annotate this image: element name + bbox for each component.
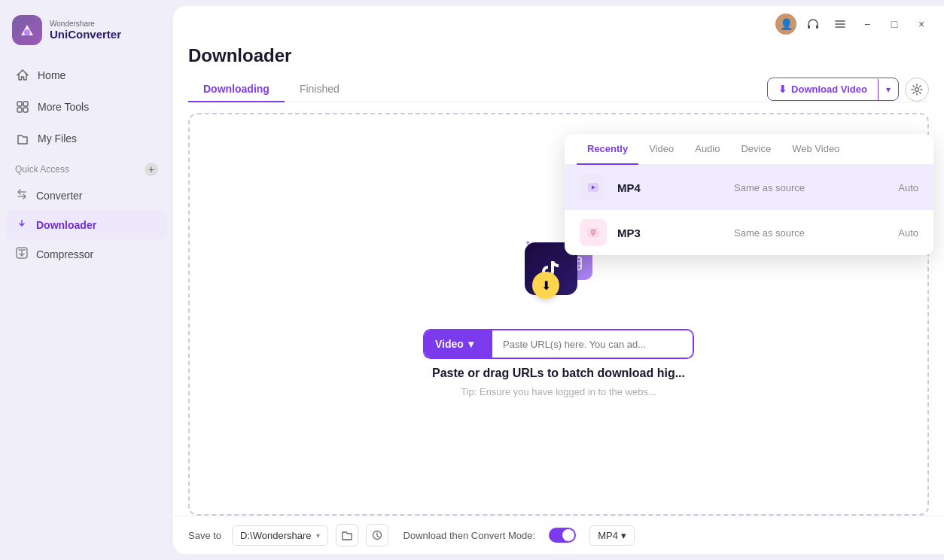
- logo-text: Wondershare UniConverter: [50, 20, 121, 41]
- url-type-label: Video: [435, 338, 464, 350]
- format-popup: Recently Video Audio Device Web Video MP…: [565, 134, 933, 255]
- format-value: MP4: [598, 530, 618, 541]
- svg-rect-8: [816, 25, 818, 29]
- sidebar-item-compressor[interactable]: Compressor: [6, 239, 167, 269]
- mp4-quality: Auto: [898, 182, 918, 193]
- url-input[interactable]: [492, 331, 693, 358]
- download-arrow-icon: ⬇: [532, 272, 559, 299]
- logo-area: Wondershare UniConverter: [0, 9, 173, 60]
- menu-btn[interactable]: [830, 14, 851, 35]
- mp4-format-name: MP4: [617, 181, 641, 194]
- mp3-icon: [580, 219, 607, 246]
- popup-tab-device[interactable]: Device: [730, 134, 781, 165]
- url-type-btn[interactable]: Video ▾: [425, 330, 492, 358]
- title-bar: 👤 − □ ×: [173, 6, 944, 38]
- sidebar-item-downloader[interactable]: Downloader: [6, 210, 167, 239]
- save-path-value: D:\Wondershare: [240, 530, 311, 541]
- save-path-chevron-icon: ▾: [316, 531, 320, 540]
- url-type-chevron-icon: ▾: [468, 338, 474, 350]
- tab-actions: ⬇ Download Video ▾: [767, 78, 929, 102]
- svg-rect-7: [808, 25, 810, 29]
- more-tools-icon: [15, 99, 30, 114]
- download-icon: ⬇: [778, 84, 787, 95]
- content-area: Downloader Downloading Finished ⬇ Downlo…: [173, 38, 944, 516]
- popup-tab-video[interactable]: Video: [638, 134, 684, 165]
- popup-tab-recently[interactable]: Recently: [577, 134, 638, 165]
- tab-downloading[interactable]: Downloading: [188, 77, 285, 102]
- popup-tab-web-video[interactable]: Web Video: [781, 134, 850, 165]
- svg-rect-2: [23, 102, 28, 106]
- svg-rect-4: [23, 108, 28, 112]
- convert-mode-toggle[interactable]: [549, 528, 576, 543]
- downloader-icon: [15, 217, 29, 233]
- sidebar-item-home[interactable]: Home: [6, 60, 167, 90]
- convert-mode-label: Download then Convert Mode:: [403, 530, 536, 541]
- save-to-label: Save to: [188, 530, 221, 541]
- sidebar-item-downloader-label: Downloader: [36, 219, 96, 231]
- page-title: Downloader: [188, 38, 929, 77]
- download-btn-label: Download Video: [791, 84, 867, 95]
- settings-btn[interactable]: [905, 78, 929, 102]
- compressor-icon: [15, 246, 29, 262]
- sidebar-item-my-files-label: My Files: [38, 132, 77, 145]
- quick-access-label: Quick Access: [15, 164, 69, 175]
- headset-btn[interactable]: [802, 14, 824, 35]
- folder-open-btn[interactable]: [336, 524, 358, 546]
- sidebar-item-compressor-label: Compressor: [36, 248, 93, 260]
- bottom-bar: Save to D:\Wondershare ▾ Download then C…: [173, 516, 944, 554]
- mp3-source: Same as source: [651, 227, 888, 239]
- close-btn[interactable]: ×: [911, 14, 932, 35]
- save-to-path[interactable]: D:\Wondershare ▾: [232, 525, 327, 546]
- sidebar-nav: Home More Tools My Files: [0, 60, 173, 154]
- format-chevron-icon: ▾: [621, 530, 626, 541]
- mp3-quality: Auto: [898, 227, 918, 239]
- main-content: 👤 − □ × Downloader Downloading Fin: [173, 6, 944, 554]
- svg-point-0: [24, 29, 30, 35]
- tabs-row: Downloading Finished ⬇ Download Video ▾: [188, 77, 929, 102]
- popup-tabs: Recently Video Audio Device Web Video: [565, 134, 933, 165]
- drop-tip: Tip: Ensure you have logged in to the we…: [461, 386, 656, 397]
- mp4-source: Same as source: [651, 182, 888, 193]
- format-selector[interactable]: MP4 ▾: [589, 525, 635, 546]
- title-bar-icons: 👤 − □ ×: [775, 14, 932, 35]
- home-icon: [15, 68, 30, 83]
- quick-access-header: Quick Access +: [0, 154, 173, 181]
- logo-name: UniConverter: [50, 28, 121, 41]
- app-logo-icon: [12, 15, 42, 45]
- format-item-mp3[interactable]: MP3 Same as source Auto: [565, 210, 933, 255]
- sidebar-item-more-tools-label: More Tools: [38, 101, 89, 113]
- converter-icon: [15, 187, 29, 203]
- maximize-btn[interactable]: □: [884, 14, 905, 35]
- tab-finished[interactable]: Finished: [285, 77, 355, 102]
- sidebar-item-home-label: Home: [38, 69, 65, 81]
- sidebar-item-my-files[interactable]: My Files: [6, 123, 167, 154]
- sidebar-item-more-tools[interactable]: More Tools: [6, 92, 167, 122]
- drop-title: Paste or drag URLs to batch download hig…: [432, 367, 685, 380]
- download-video-btn[interactable]: ⬇ Download Video ▾: [767, 78, 899, 101]
- popup-tab-audio[interactable]: Audio: [684, 134, 730, 165]
- svg-point-9: [915, 87, 919, 91]
- sidebar-item-converter-label: Converter: [36, 190, 82, 202]
- sidebar-item-converter[interactable]: Converter: [6, 181, 167, 210]
- sidebar: Wondershare UniConverter Home: [0, 0, 173, 560]
- download-btn-arrow[interactable]: ▾: [878, 79, 898, 100]
- url-input-row[interactable]: Video ▾: [423, 329, 694, 359]
- mp4-icon: [580, 174, 607, 201]
- minimize-btn[interactable]: −: [857, 14, 878, 35]
- logo-brand: Wondershare: [50, 20, 121, 28]
- chevron-down-icon: ▾: [886, 84, 891, 95]
- download-btn-main[interactable]: ⬇ Download Video: [768, 78, 878, 100]
- user-avatar[interactable]: 👤: [775, 14, 796, 35]
- history-btn[interactable]: [366, 524, 388, 546]
- quick-access-add-btn[interactable]: +: [145, 163, 158, 176]
- mp3-format-name: MP3: [617, 227, 641, 239]
- svg-rect-1: [17, 102, 22, 106]
- format-item-mp4[interactable]: MP4 Same as source Auto: [565, 165, 933, 210]
- svg-rect-3: [17, 108, 22, 112]
- my-files-icon: [15, 131, 30, 146]
